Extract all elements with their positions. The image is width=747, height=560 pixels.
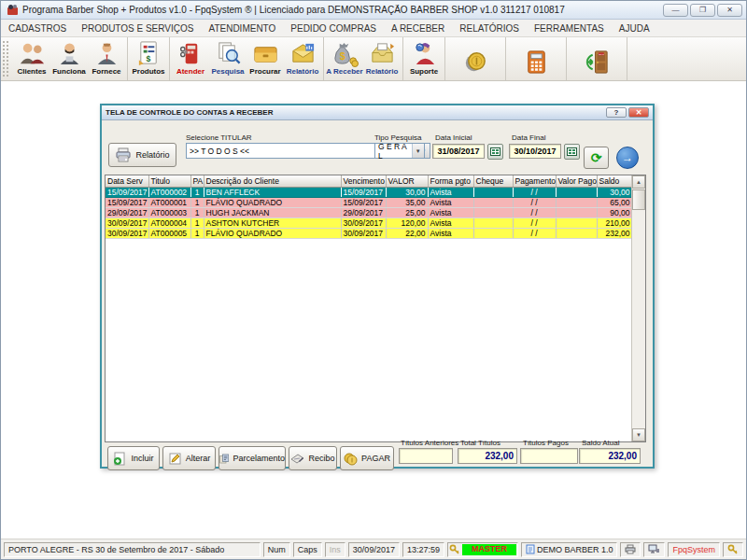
menu-produtos-servicos[interactable]: PRODUTOS E SERVIÇOS <box>81 23 193 34</box>
table-row[interactable]: 29/09/2017AT0000031HUGH JACKMAN29/09/201… <box>106 207 632 217</box>
table-row[interactable]: 15/09/2017AT0000011FLÁVIO QUADRADO15/09/… <box>106 197 632 207</box>
maximize-button[interactable]: ❐ <box>690 4 715 17</box>
toolbar-a-receber-label: A Receber <box>326 67 362 77</box>
menu-a-receber[interactable]: A RECEBER <box>391 23 444 34</box>
calendar-icon <box>490 147 500 156</box>
toolbar-funcionarios-button[interactable]: Funciona <box>50 38 88 79</box>
svg-text:$: $ <box>339 50 345 62</box>
status-time: 13:27:59 <box>402 542 444 557</box>
scroll-down-icon[interactable]: ▼ <box>632 428 645 441</box>
status-location: PORTO ALEGRE - RS 30 de Setembro de 2017… <box>4 542 261 557</box>
table-row[interactable]: 15/09/2017AT0000021BEN AFFLECK15/09/2017… <box>106 187 632 197</box>
titulos-pagos-label: Títulos Pagos <box>523 439 569 447</box>
recibo-button[interactable]: Recibo <box>289 446 337 470</box>
contas-window-title: TELA DE CONTROLE DO CONTAS A RECEBER <box>106 108 604 117</box>
toolbar-relatorio-label: Relatório <box>287 67 319 77</box>
toolbar-suporte-button[interactable]: Suporte <box>405 38 443 79</box>
menu-ferramentas[interactable]: FERRAMENTAS <box>534 23 604 34</box>
svg-text:$: $ <box>146 54 150 63</box>
table-row[interactable]: 30/09/2017AT0000041ASHTON KUTCHER30/09/2… <box>106 217 632 228</box>
status-numlock: Num <box>263 542 290 557</box>
toolbar-clientes-button[interactable]: Clientes <box>13 38 50 79</box>
status-printer-panel[interactable] <box>620 542 641 557</box>
menu-ajuda[interactable]: AJUDA <box>619 23 650 34</box>
titulos-anteriores-field <box>399 448 453 464</box>
toolbar-relatorio-button[interactable]: Relatório <box>284 38 321 79</box>
close-button[interactable]: ✕ <box>717 4 742 17</box>
total-titulos-label: Total Títulos <box>460 439 500 447</box>
contas-window-title-bar[interactable]: TELA DE CONTROLE DO CONTAS A RECEBER ? ✕ <box>102 105 653 120</box>
attend-icon <box>177 40 204 67</box>
tipo-pesquisa-value: G E R A L <box>378 142 412 161</box>
exit-door-icon: EXIT <box>584 49 611 76</box>
toolbar-calculator-button[interactable] <box>508 38 564 79</box>
status-insert: Ins <box>325 542 345 557</box>
toolbar-procurar-button[interactable]: Procurar <box>247 38 284 79</box>
calendar-icon <box>567 147 577 156</box>
toolbar-a-receber-button[interactable]: $ A Receber <box>326 38 363 79</box>
menu-pedido-compras[interactable]: PEDIDO COMPRAS <box>290 23 376 34</box>
parcelamento-button[interactable]: Parcelamento <box>218 446 286 470</box>
printer-icon <box>115 147 132 162</box>
clients-icon <box>19 40 46 67</box>
add-icon <box>113 452 127 466</box>
data-inicial-field[interactable]: 31/08/2017 <box>432 144 485 159</box>
total-titulos-field: 232,00 <box>458 448 517 464</box>
relatorio-button[interactable]: Relatório <box>108 143 176 167</box>
table-row[interactable]: 30/09/2017AT0000051FLÁVIO QUADRADO30/09/… <box>106 228 632 238</box>
tipo-dropdown-arrow-icon[interactable]: ▼ <box>412 144 424 158</box>
toolbar-atender-button[interactable]: Atender <box>172 38 209 79</box>
tipo-pesquisa-combobox[interactable]: G E R A L ▼ <box>374 143 425 159</box>
window-close-button[interactable]: ✕ <box>628 107 649 118</box>
menu-cadastros[interactable]: CADASTROS <box>8 23 66 34</box>
scroll-up-icon[interactable]: ▲ <box>632 175 645 189</box>
alterar-button[interactable]: Alterar <box>162 446 216 470</box>
status-brand: FpqSystem <box>668 542 720 557</box>
toolbar-relatorio2-button[interactable]: Relatório <box>363 38 401 79</box>
status-connection-panel[interactable] <box>643 542 665 557</box>
titulos-anteriores-label: Títulos Anteriores <box>401 439 458 447</box>
toolbar-exit-button[interactable]: EXIT <box>569 38 625 79</box>
svg-text:EXIT: EXIT <box>599 53 604 56</box>
scrollbar-thumb[interactable] <box>632 189 645 210</box>
data-inicial-calendar-button[interactable] <box>487 144 503 160</box>
toolbar-pesquisa-button[interactable]: Pesquisa <box>209 38 247 79</box>
installments-icon <box>219 452 229 466</box>
status-capslock: Caps <box>293 542 322 557</box>
menu-atendimento[interactable]: ATENDIMENTO <box>208 23 275 34</box>
browse-icon <box>252 40 279 67</box>
pagar-button[interactable]: PAGAR <box>340 446 394 470</box>
app-icon <box>7 4 19 16</box>
incluir-button[interactable]: Incluir <box>107 446 160 470</box>
titulos-pagos-field <box>520 448 578 464</box>
toolbar-procurar-label: Procurar <box>249 67 280 77</box>
refresh-button[interactable]: ⟳ <box>584 147 609 169</box>
arrow-right-icon: → <box>622 151 633 164</box>
data-inicial-label: Data Inicial <box>435 133 472 142</box>
search-icon <box>215 40 242 67</box>
data-final-calendar-button[interactable] <box>564 144 580 160</box>
minimize-button[interactable]: — <box>663 4 688 17</box>
data-final-field[interactable]: 30/10/2017 <box>509 144 561 159</box>
coin-icon <box>462 49 489 76</box>
toolbar-relatorio2-label: Relatório <box>366 67 399 77</box>
application-window: Programa Barber Shop + Produtos v1.0 - F… <box>0 0 747 560</box>
menu-relatorios[interactable]: RELATÓRIOS <box>459 23 519 34</box>
support-icon <box>411 40 438 67</box>
receipt-icon <box>290 452 304 466</box>
status-date: 30/09/2017 <box>348 542 400 557</box>
refresh-icon: ⟳ <box>591 151 602 164</box>
toolbar-fornecedores-button[interactable]: Fornece <box>88 38 125 79</box>
suppliers-icon <box>93 40 120 67</box>
table-header-row: Data Serv Titulo PA Descrição do Cliente… <box>106 175 632 187</box>
toolbar-produtos-button[interactable]: $ Produtos <box>130 38 167 79</box>
status-master: MASTER <box>462 544 516 555</box>
receivables-table[interactable]: Data Serv Titulo PA Descrição do Cliente… <box>106 175 633 239</box>
toolbar-coin-button[interactable] <box>447 38 503 79</box>
key-icon <box>449 544 460 555</box>
report-icon <box>289 40 317 67</box>
toolbar-clientes-label: Clientes <box>17 67 46 77</box>
vertical-scrollbar[interactable]: ▲ ▼ <box>631 175 645 441</box>
go-button[interactable]: → <box>616 147 639 169</box>
help-button[interactable]: ? <box>606 107 627 118</box>
